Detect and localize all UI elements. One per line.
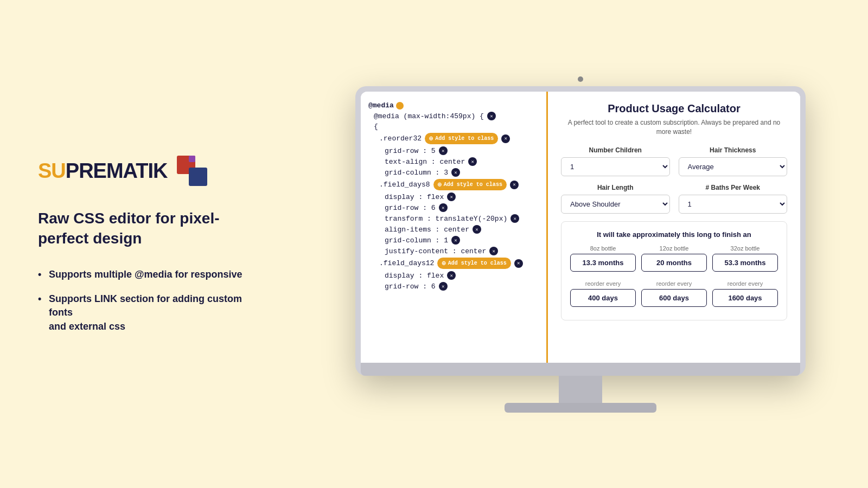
css-textalign: text-align : center bbox=[385, 158, 465, 166]
badge-label-2: Add style to class bbox=[444, 182, 502, 188]
headline: Raw CSS editor for pixel-perfect design bbox=[38, 209, 260, 248]
reorder-col-32oz: reorder every 1600 days bbox=[712, 276, 778, 307]
reorder-value-32oz: 1600 days bbox=[712, 289, 778, 307]
hair-length-label: Hair Length bbox=[561, 184, 670, 191]
css-class-reorder32: .reorder32 bbox=[379, 134, 422, 143]
css-line-justifycontent: justify-content : center ✕ bbox=[368, 246, 539, 256]
hair-thickness-select[interactable]: Fine Average Thick bbox=[679, 157, 788, 176]
monitor-dot bbox=[578, 76, 583, 82]
close-btn-gridrow6-2[interactable]: ✕ bbox=[439, 282, 448, 291]
bottle-col-32oz: 32oz bottle 53.3 months bbox=[712, 245, 778, 272]
css-line-textalign: text-align : center ✕ bbox=[368, 156, 539, 167]
css-display-flex-2: display : flex bbox=[385, 272, 444, 280]
bottle-value-12oz: 20 months bbox=[641, 254, 707, 272]
hair-length-select[interactable]: Short Above Shoulder Shoulder Long bbox=[561, 195, 670, 214]
close-btn-gridrow5[interactable]: ✕ bbox=[439, 146, 448, 155]
monitor: @media @media (max-width:459px) { ✕ { bbox=[355, 86, 806, 413]
reorder-label-8oz: reorder every bbox=[570, 280, 636, 287]
media-tag-text: @media bbox=[368, 101, 394, 110]
brand-name: SUPREMATIK bbox=[38, 159, 167, 183]
close-btn-fielddays12[interactable]: ✕ bbox=[514, 259, 523, 268]
hair-thickness-label: Hair Thickness bbox=[679, 146, 788, 154]
close-btn-0[interactable]: ✕ bbox=[487, 112, 496, 120]
css-line-reorder32: .reorder32 ⊕ Add style to class ✕ bbox=[368, 132, 539, 145]
add-style-badge-3[interactable]: ⊕ Add style to class bbox=[437, 258, 510, 269]
reorder-value-8oz: 400 days bbox=[570, 289, 636, 307]
svg-rect-1 bbox=[189, 168, 207, 186]
left-section: SUPREMATIK Raw CSS editor for pixel-perf… bbox=[0, 122, 293, 366]
css-justifycontent: justify-content : center bbox=[385, 247, 486, 255]
bottle-label-12oz: 12oz bottle bbox=[641, 245, 707, 252]
css-gridcol3: grid-column : 3 bbox=[385, 169, 448, 177]
close-btn-alignitems[interactable]: ✕ bbox=[473, 225, 481, 234]
number-children-field: Number Children 1 2 3 bbox=[561, 146, 670, 176]
css-transform: transform : translateY(-20px) bbox=[385, 215, 507, 223]
hair-thickness-field: Hair Thickness Fine Average Thick bbox=[679, 146, 788, 176]
svg-rect-2 bbox=[189, 156, 195, 162]
close-btn-gridrow6[interactable]: ✕ bbox=[439, 203, 448, 212]
close-btn-display-flex-2[interactable]: ✕ bbox=[447, 271, 456, 280]
reorder-value-12oz: 600 days bbox=[641, 289, 707, 307]
css-line-gridcol1: grid-column : 1 ✕ bbox=[368, 235, 539, 246]
reorder-col-8oz: reorder every 400 days bbox=[570, 276, 636, 307]
monitor-chin bbox=[361, 363, 800, 376]
close-btn-gridcol1[interactable]: ✕ bbox=[451, 236, 460, 245]
close-btn-display-flex[interactable]: ✕ bbox=[447, 192, 456, 201]
bottle-label-8oz: 8oz bottle bbox=[570, 245, 636, 252]
calc-title: Product Usage Calculator bbox=[561, 102, 787, 115]
monitor-screen-wrapper: @media @media (max-width:459px) { ✕ { bbox=[355, 86, 806, 376]
media-tag: @media bbox=[368, 101, 404, 110]
css-line-media: @media bbox=[368, 100, 539, 111]
css-line-gridrow6-2: grid-row : 6 ✕ bbox=[368, 281, 539, 292]
css-alignitems: align-items : center bbox=[385, 226, 469, 234]
css-line-display-flex-2: display : flex ✕ bbox=[368, 270, 539, 281]
css-editor-panel: @media @media (max-width:459px) { ✕ { bbox=[361, 92, 548, 363]
css-display-flex: display : flex bbox=[385, 193, 444, 201]
reorder-row: reorder every 400 days reorder every 600… bbox=[570, 276, 778, 307]
bullet-2-text: Supports LINK section for adding custom … bbox=[49, 293, 242, 331]
media-dot-icon bbox=[396, 102, 404, 110]
css-line-gridrow5: grid-row : 5 ✕ bbox=[368, 145, 539, 156]
css-line-alignitems: align-items : center ✕ bbox=[368, 224, 539, 235]
baths-per-week-select[interactable]: 1 2 3 bbox=[679, 195, 788, 214]
css-gridrow6: grid-row : 6 bbox=[385, 204, 436, 212]
bottle-col-8oz: 8oz bottle 13.3 months bbox=[570, 245, 636, 272]
monitor-screen: @media @media (max-width:459px) { ✕ { bbox=[361, 92, 800, 363]
reorder-label-12oz: reorder every bbox=[641, 280, 707, 287]
css-line-transform: transform : translateY(-20px) ✕ bbox=[368, 213, 539, 224]
add-style-badge-1[interactable]: ⊕ Add style to class bbox=[425, 133, 498, 144]
badge-label-1: Add style to class bbox=[435, 136, 494, 142]
bullet-2: Supports LINK section for adding custom … bbox=[38, 292, 260, 333]
reorder-label-32oz: reorder every bbox=[712, 280, 778, 287]
css-gridrow5: grid-row : 5 bbox=[385, 147, 436, 155]
close-btn-fielddays8[interactable]: ✕ bbox=[510, 181, 519, 189]
css-line-gridcol3: grid-column : 3 ✕ bbox=[368, 167, 539, 178]
add-style-badge-2[interactable]: ⊕ Add style to class bbox=[433, 179, 507, 190]
bottle-col-12oz: 12oz bottle 20 months bbox=[641, 245, 707, 272]
css-line-0: @media (max-width:459px) { ✕ bbox=[368, 111, 539, 121]
css-line-display-flex: display : flex ✕ bbox=[368, 191, 539, 202]
css-line-gridrow6: grid-row : 6 ✕ bbox=[368, 202, 539, 213]
bottle-labels-row: 8oz bottle 13.3 months 12oz bottle 20 mo… bbox=[570, 245, 778, 272]
bottle-label-32oz: 32oz bottle bbox=[712, 245, 778, 252]
number-children-select[interactable]: 1 2 3 bbox=[561, 157, 670, 176]
close-btn-reorder32[interactable]: ✕ bbox=[501, 134, 510, 143]
brand-rest: PREMATIK bbox=[66, 159, 168, 182]
close-btn-transform[interactable]: ✕ bbox=[510, 214, 519, 223]
close-btn-justifycontent[interactable]: ✕ bbox=[489, 247, 498, 255]
bullets-list: Supports multiple @media for responsive … bbox=[38, 268, 260, 333]
close-btn-textalign[interactable]: ✕ bbox=[468, 157, 477, 166]
css-gridrow6-2: grid-row : 6 bbox=[385, 282, 436, 291]
monitor-neck bbox=[559, 376, 602, 403]
brand-row: SUPREMATIK bbox=[38, 155, 260, 187]
monitor-base bbox=[505, 403, 656, 413]
brand-logo-icon bbox=[176, 155, 208, 187]
hair-length-field: Hair Length Short Above Shoulder Shoulde… bbox=[561, 184, 670, 214]
baths-per-week-label: # Baths Per Week bbox=[679, 184, 788, 191]
close-btn-gridcol3[interactable]: ✕ bbox=[451, 168, 460, 177]
bottle-value-8oz: 13.3 months bbox=[570, 254, 636, 272]
badge-label-3: Add style to class bbox=[448, 260, 507, 266]
calculator-panel: Product Usage Calculator A perfect tool … bbox=[548, 92, 800, 363]
baths-per-week-field: # Baths Per Week 1 2 3 bbox=[679, 184, 788, 214]
css-gridcol1: grid-column : 1 bbox=[385, 236, 448, 245]
